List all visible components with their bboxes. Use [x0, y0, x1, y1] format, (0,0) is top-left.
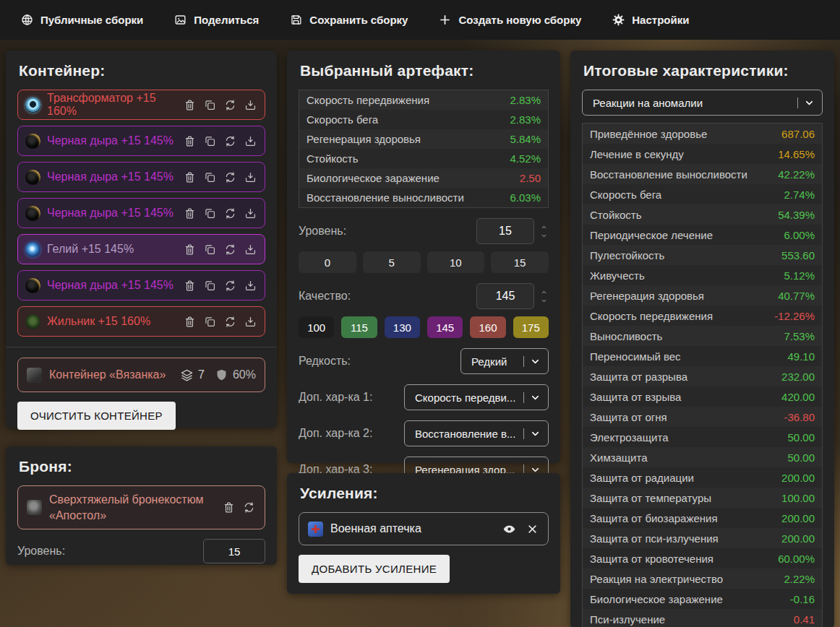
totals-filter-value: Реакции на аномалии — [593, 97, 703, 109]
save-artifact-icon[interactable] — [244, 279, 257, 293]
container-item[interactable]: Жильник +15 160% — [17, 306, 265, 337]
stat-row: Переносимый вес49.10 — [583, 346, 822, 366]
container-item[interactable]: Трансформатор +15 160% — [17, 90, 265, 120]
spinner-down-icon[interactable] — [539, 298, 549, 304]
duplicate-icon[interactable] — [203, 134, 217, 148]
level-input[interactable] — [476, 218, 534, 244]
share-image-icon — [173, 13, 187, 27]
level-preset-button[interactable]: 0 — [299, 251, 356, 273]
rarity-dropdown[interactable]: Редкий — [460, 348, 549, 374]
stat-row: Скорость бега2.74% — [583, 184, 822, 204]
spinner-arrows — [539, 224, 549, 239]
replace-icon[interactable] — [223, 134, 237, 148]
toolbar-label: Поделиться — [194, 14, 259, 26]
boosts-title: Усиления: — [300, 485, 549, 502]
save-artifact-icon[interactable] — [244, 134, 257, 148]
container-item[interactable]: Черная дыра +15 145% — [17, 126, 265, 156]
save-artifact-icon[interactable] — [244, 207, 257, 220]
quality-input[interactable] — [476, 283, 534, 309]
duplicate-icon[interactable] — [203, 279, 217, 293]
replace-icon[interactable] — [223, 315, 237, 329]
spinner-up-icon[interactable] — [539, 289, 549, 295]
extra-stat-dropdown[interactable]: Скорость передви... — [404, 384, 549, 410]
quality-preset-button[interactable]: 175 — [513, 316, 549, 338]
clear-container-button[interactable]: ОЧИСТИТЬ КОНТЕЙНЕР — [17, 402, 176, 430]
level-preset-button[interactable]: 15 — [491, 251, 549, 273]
save-artifact-icon[interactable] — [244, 98, 257, 112]
dropdown-divider — [523, 392, 524, 403]
trash-icon[interactable] — [183, 207, 197, 220]
save-icon — [289, 13, 303, 27]
quality-preset-button[interactable]: 115 — [341, 316, 377, 338]
stat-row: Биологическое заражение-0.16 — [583, 589, 822, 609]
level-preset-button[interactable]: 10 — [427, 251, 485, 273]
container-item[interactable]: Черная дыра +15 145% — [17, 198, 265, 228]
replace-icon[interactable] — [242, 501, 256, 514]
trash-icon[interactable] — [183, 98, 197, 112]
spinner-up-icon[interactable] — [539, 224, 549, 230]
stat-row: Живучесть5.12% — [583, 265, 822, 285]
stat-value: 40.77% — [778, 290, 815, 302]
extra-stat-label: Доп. хар-ка 1: — [299, 391, 372, 404]
replace-icon[interactable] — [223, 279, 237, 293]
container-item[interactable]: Черная дыра +15 145% — [17, 162, 265, 192]
save-artifact-icon[interactable] — [244, 243, 257, 256]
trash-icon[interactable] — [183, 243, 197, 256]
toolbar-button-public-builds[interactable]: Публичные сборки — [20, 13, 143, 27]
armor-item[interactable]: Сверхтяжелый бронекостюм «Апостол» — [17, 485, 265, 529]
spinner-down-icon[interactable] — [539, 233, 549, 239]
armor-name: Сверхтяжелый бронекостюм «Апостол» — [49, 492, 215, 523]
quality-preset-button[interactable]: 130 — [385, 316, 420, 338]
level-preset-button[interactable]: 5 — [363, 251, 421, 273]
container-item-selected[interactable]: Гелий +15 145% — [17, 234, 265, 264]
duplicate-icon[interactable] — [203, 98, 217, 112]
trash-icon[interactable] — [183, 170, 197, 184]
stat-value: 420.00 — [781, 391, 815, 403]
trash-icon[interactable] — [183, 134, 197, 148]
boost-item[interactable]: Военная аптечка — [299, 512, 549, 545]
trash-icon[interactable] — [183, 315, 197, 329]
duplicate-icon[interactable] — [203, 207, 217, 220]
toolbar-button-new-build[interactable]: Создать новую сборку — [438, 13, 581, 27]
artifact-name: Трансформатор +15 160% — [47, 92, 176, 118]
artifact-icon — [25, 206, 40, 221]
toolbar-button-share[interactable]: Поделиться — [173, 13, 259, 27]
trash-icon[interactable] — [222, 501, 236, 514]
close-icon[interactable] — [526, 522, 539, 536]
duplicate-icon[interactable] — [203, 243, 217, 256]
trash-icon[interactable] — [183, 279, 197, 293]
replace-icon[interactable] — [223, 243, 237, 256]
duplicate-icon[interactable] — [203, 170, 217, 184]
medkit-icon — [308, 522, 323, 537]
armor-level-input[interactable] — [203, 539, 265, 563]
item-actions — [183, 243, 257, 256]
extra-stat-dropdown[interactable]: Восстановление в... — [404, 420, 549, 446]
toolbar-button-save-build[interactable]: Сохранить сборку — [289, 13, 408, 27]
replace-icon[interactable] — [223, 170, 237, 184]
stat-row: Защита от радиации200.00 — [583, 467, 822, 488]
container-item[interactable]: Черная дыра +15 145% — [17, 270, 265, 300]
toolbar-label: Создать новую сборку — [458, 14, 581, 26]
armor-panel: Броня: Сверхтяжелый бронекостюм «Апостол… — [6, 446, 277, 565]
toolbar-button-settings[interactable]: Настройки — [612, 13, 689, 27]
stat-row: Биологическое заражение2.50 — [299, 168, 548, 188]
add-boost-button[interactable]: ДОБАВИТЬ УСИЛЕНИЕ — [299, 555, 450, 583]
save-artifact-icon[interactable] — [244, 170, 257, 184]
item-actions — [183, 170, 257, 184]
quality-preset-button[interactable]: 100 — [299, 316, 334, 338]
stat-row: Периодическое лечение6.00% — [583, 225, 822, 245]
save-artifact-icon[interactable] — [244, 315, 257, 329]
totals-filter-dropdown[interactable]: Реакции на аномалии — [582, 90, 823, 116]
eye-icon[interactable] — [502, 522, 516, 536]
replace-icon[interactable] — [223, 207, 237, 220]
artifact-icon — [25, 278, 40, 293]
duplicate-icon[interactable] — [203, 315, 217, 329]
quality-preset-button[interactable]: 145 — [427, 316, 463, 338]
quality-control-row: Качество: — [299, 283, 549, 309]
quality-preset-button[interactable]: 160 — [470, 316, 505, 338]
container-vessel[interactable]: Контейнер «Вязанка» 7 60% — [17, 358, 265, 392]
stat-row: Пулестойкость553.60 — [583, 245, 822, 265]
stat-value: 49.10 — [787, 350, 815, 363]
stat-value: 7.53% — [784, 330, 815, 342]
replace-icon[interactable] — [223, 98, 237, 112]
